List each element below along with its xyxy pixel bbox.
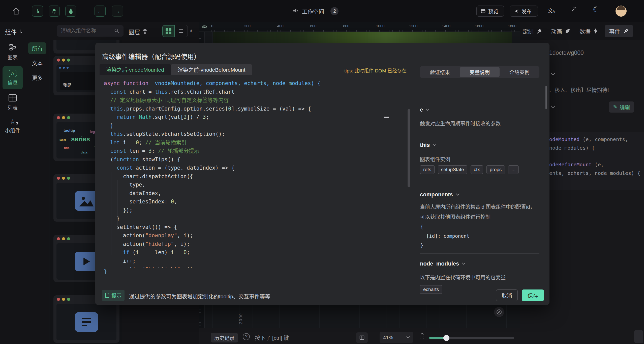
star-widget-icon: ☆	[10, 118, 15, 125]
zoom-slider[interactable]	[429, 337, 514, 339]
map-component-preview[interactable]	[213, 32, 512, 43]
collapse-panel-icon[interactable]: ‹	[190, 27, 192, 35]
active-line-highlight	[100, 131, 410, 139]
ruler-number: 1400	[442, 24, 450, 28]
rocket-icon	[623, 28, 629, 34]
tab-vnode-mounted[interactable]: 渲染之后-vnodeMounted	[100, 64, 171, 75]
ruler-number: 600	[310, 24, 316, 28]
canvas-bottom-bar: 历史记录 ? 按下了 [ctrl] 键 41%	[199, 328, 520, 344]
tab-vnode-before-mount[interactable]: 渲染之前-vnodeBeforeMount	[171, 64, 252, 75]
magic-wand-icon[interactable]	[570, 6, 577, 13]
zoom-select[interactable]: 41%	[380, 332, 413, 343]
chip[interactable]: ...	[508, 165, 519, 174]
category-tab-text[interactable]: 文本	[25, 59, 49, 67]
doc-section-components[interactable]: components	[420, 191, 459, 198]
tab-animation[interactable]: 动画	[551, 22, 571, 40]
components-panel-title: 组件	[5, 28, 17, 36]
docs-scrollbar[interactable]	[545, 86, 547, 109]
cloud-word: series	[71, 135, 90, 143]
doc-section-this[interactable]: this	[420, 142, 436, 148]
grid-view-button[interactable]	[162, 25, 175, 37]
eye-icon[interactable]	[201, 24, 208, 31]
app-root: ← → 工作空间 - 2 预览 发布 文A ☾ 组件	[0, 0, 644, 344]
chevron-down-icon[interactable]	[551, 104, 555, 108]
chart-tool-button[interactable]	[32, 6, 43, 17]
docs-tab-variables[interactable]: 变量说明	[460, 67, 500, 77]
chip[interactable]: props	[486, 165, 505, 174]
save-button[interactable]: 保存	[522, 289, 544, 301]
document-icon	[75, 312, 98, 332]
toolbar-divider	[86, 8, 86, 15]
rail-item-widgets[interactable]: ☆ 小组件	[0, 118, 25, 134]
document-icon	[105, 293, 109, 298]
settings-tabs: 定制 动画 数据 事件	[520, 22, 644, 40]
chip[interactable]: refs	[420, 165, 435, 174]
history-button[interactable]: 历史记录	[211, 333, 238, 342]
category-tabs: 所有 文本 更多	[25, 40, 49, 344]
compass-button[interactable]	[494, 307, 504, 317]
cancel-button[interactable]: 取消	[496, 289, 518, 301]
panel-toggle-button[interactable]	[356, 332, 368, 343]
help-icon[interactable]: ?	[243, 333, 250, 340]
ruler-number: 1200	[409, 24, 417, 28]
docs-panel: 验证结果 变量说明 介绍案例 e 触发对应生命周期事件时接收的参数 this 图…	[420, 66, 539, 78]
event-editor-modal: 高级事件编辑器（配合源码使用） 渲染之后-vnodeMounted 渲染之前-v…	[95, 43, 549, 305]
undo-button[interactable]: ←	[95, 6, 106, 17]
editor-marker	[384, 117, 389, 118]
slider-thumb[interactable]	[443, 335, 449, 341]
node-modules-chips: echarts	[420, 285, 442, 294]
search-icon[interactable]	[114, 28, 119, 35]
rail-item-list[interactable]: 列表	[0, 94, 25, 111]
category-tab-all[interactable]: 所有	[28, 42, 46, 54]
rail-item-charts[interactable]: 图表	[0, 43, 25, 61]
lock-icon[interactable]	[419, 333, 425, 341]
chip[interactable]: echarts	[420, 285, 442, 294]
tab-events[interactable]: 事件	[605, 25, 633, 37]
chip[interactable]: ctx	[471, 165, 483, 174]
home-icon[interactable]	[12, 7, 20, 15]
ruler-number: 400	[277, 24, 284, 28]
text-info-icon: A✓	[9, 70, 16, 77]
layers-icon	[142, 28, 148, 36]
panel-scroll-handle[interactable]	[634, 330, 643, 343]
lightning-icon	[593, 28, 598, 34]
cloud-word: title	[64, 146, 69, 150]
ruler-number: 1600	[475, 24, 483, 28]
docs-tab-validation[interactable]: 验证结果	[420, 66, 460, 78]
leaf-icon	[565, 28, 571, 34]
category-tab-more[interactable]: 更多	[25, 74, 49, 81]
brush-tool-button[interactable]	[65, 6, 76, 17]
docs-tab-examples[interactable]: 介绍案例	[500, 66, 539, 78]
avatar[interactable]	[616, 6, 627, 17]
rail-item-info[interactable]: A✓ 信息	[3, 66, 23, 89]
view-toggle: ☰	[162, 25, 188, 37]
chip[interactable]: setupState	[438, 165, 467, 174]
dark-mode-icon[interactable]: ☾	[593, 5, 600, 14]
zoom-value: 41%	[383, 335, 393, 340]
key-hint: 按下了 [ctrl] 键	[255, 334, 289, 341]
code-editor[interactable]: async function vnodeMounted(e, component…	[100, 76, 415, 268]
layers-tool-button[interactable]	[49, 6, 60, 17]
components-code: { [id]: component }	[420, 222, 469, 250]
search-input[interactable]	[57, 25, 124, 37]
redo-button[interactable]: →	[112, 6, 123, 17]
edit-button[interactable]: ✎ 编辑	[609, 101, 634, 113]
doc-divider	[420, 253, 539, 254]
publish-button[interactable]: 发布	[510, 6, 538, 17]
tools-icon	[536, 28, 542, 34]
ruler-number: 1000	[376, 24, 384, 28]
doc-section-node-modules[interactable]: node_modules	[420, 260, 465, 267]
tab-data[interactable]: 数据	[579, 22, 598, 40]
component-id: 1doctqwg000	[549, 49, 584, 56]
doc-section-e[interactable]: e	[420, 107, 429, 113]
editor-scrollbar[interactable]	[408, 109, 410, 187]
doc-divider	[420, 137, 539, 137]
tab-customize[interactable]: 定制	[523, 22, 542, 40]
preview-button[interactable]: 预览	[476, 6, 504, 17]
component-rail: 图表 A✓ 信息 列表 ☆ 小组件	[0, 40, 25, 344]
vertical-ruler-label: 2000	[239, 313, 243, 324]
horizontal-ruler: 020040060080010001200140016001800	[199, 22, 520, 32]
language-icon[interactable]: 文A	[547, 6, 556, 14]
list-view-button[interactable]: ☰	[175, 25, 188, 37]
chevron-down-icon[interactable]	[551, 71, 555, 75]
